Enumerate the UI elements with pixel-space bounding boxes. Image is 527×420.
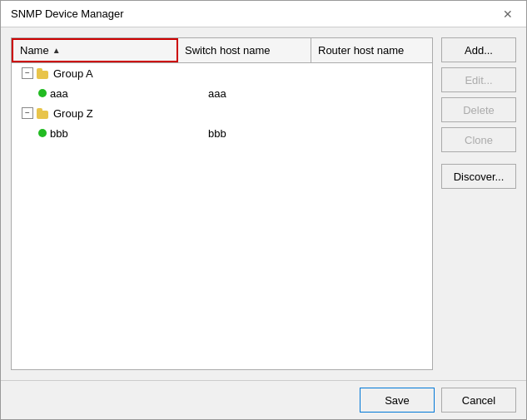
- edit-button[interactable]: Edit...: [441, 67, 516, 92]
- title-bar: SNMP Device Manager ✕: [1, 1, 526, 27]
- column-switch-label: Switch host name: [185, 44, 271, 57]
- table-row[interactable]: bbb bbb: [12, 123, 432, 143]
- snmp-device-manager-dialog: SNMP Device Manager ✕ Name ▲ Switch host…: [0, 0, 527, 420]
- row-router-group-a: [318, 72, 432, 75]
- row-name-group-a: − Group A: [18, 66, 185, 82]
- discover-button[interactable]: Discover...: [441, 164, 516, 189]
- clone-button[interactable]: Clone: [441, 127, 516, 152]
- device-bbb-label: bbb: [50, 127, 68, 140]
- device-aaa-label: aaa: [50, 87, 68, 100]
- row-router-aaa: [335, 91, 432, 95]
- folder-icon: [37, 108, 50, 119]
- column-router-label: Router host name: [318, 44, 404, 57]
- status-dot-aaa: [38, 89, 47, 97]
- row-switch-group-z: [185, 111, 318, 115]
- device-table: Name ▲ Switch host name Router host name…: [11, 37, 433, 370]
- row-name-bbb: bbb: [35, 126, 201, 141]
- table-row[interactable]: aaa aaa: [12, 83, 432, 103]
- column-router[interactable]: Router host name: [311, 38, 432, 62]
- action-buttons-panel: Add... Edit... Delete Clone Discover...: [441, 37, 516, 370]
- row-switch-bbb: bbb: [201, 126, 335, 141]
- table-row[interactable]: − Group Z: [12, 103, 432, 123]
- add-button[interactable]: Add...: [441, 37, 516, 62]
- sort-arrow-icon: ▲: [52, 46, 61, 55]
- dialog-title: SNMP Device Manager: [11, 7, 124, 20]
- row-switch-aaa: aaa: [201, 86, 335, 101]
- expand-group-a-button[interactable]: −: [22, 67, 33, 79]
- row-router-group-z: [318, 111, 432, 115]
- column-switch[interactable]: Switch host name: [178, 38, 311, 62]
- group-a-label: Group A: [53, 67, 93, 80]
- column-name[interactable]: Name ▲: [12, 38, 178, 62]
- footer: Save Cancel: [1, 380, 526, 419]
- folder-icon: [37, 68, 50, 79]
- content-area: Name ▲ Switch host name Router host name…: [1, 27, 526, 380]
- delete-button[interactable]: Delete: [441, 97, 516, 122]
- row-router-bbb: [335, 131, 432, 135]
- table-header: Name ▲ Switch host name Router host name: [12, 38, 432, 63]
- close-button[interactable]: ✕: [500, 6, 516, 22]
- save-button[interactable]: Save: [360, 388, 435, 413]
- column-name-label: Name: [20, 44, 49, 57]
- expand-group-z-button[interactable]: −: [22, 107, 33, 119]
- group-z-label: Group Z: [53, 107, 93, 120]
- row-name-aaa: aaa: [35, 86, 201, 101]
- row-name-group-z: − Group Z: [18, 106, 185, 121]
- table-body: − Group A aaa aaa: [12, 63, 432, 369]
- row-switch-group-a: [185, 72, 318, 75]
- table-row[interactable]: − Group A: [12, 63, 432, 83]
- status-dot-bbb: [38, 129, 47, 137]
- cancel-button[interactable]: Cancel: [441, 388, 516, 413]
